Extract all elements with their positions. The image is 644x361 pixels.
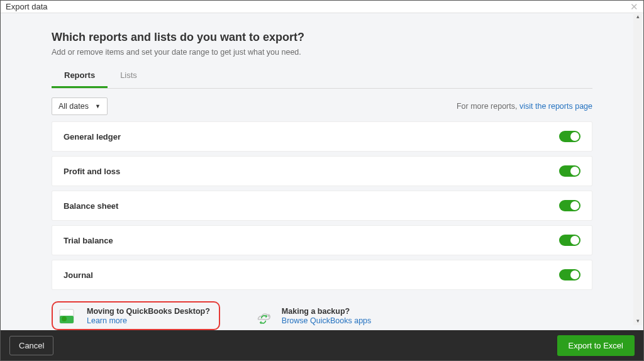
scroll-down-icon[interactable]: ▾ bbox=[633, 316, 642, 325]
close-icon[interactable]: ✕ bbox=[630, 1, 638, 13]
more-reports: For more reports, visit the reports page bbox=[457, 102, 592, 111]
report-row-balance-sheet: Balance sheet bbox=[52, 191, 592, 221]
callout-backup: Making a backup? Browse QuickBooks apps bbox=[245, 301, 379, 330]
toggle-general-ledger[interactable] bbox=[559, 131, 580, 142]
date-range-value: All dates bbox=[58, 102, 89, 111]
callout-backup-link[interactable]: Browse QuickBooks apps bbox=[282, 316, 371, 325]
report-row-journal: Journal bbox=[52, 260, 592, 290]
visit-reports-link[interactable]: visit the reports page bbox=[519, 102, 592, 111]
report-label: Journal bbox=[64, 270, 93, 280]
report-row-trial-balance: Trial balance bbox=[52, 225, 592, 255]
report-label: Balance sheet bbox=[64, 201, 118, 211]
toggle-balance-sheet[interactable] bbox=[559, 200, 580, 211]
tabs: Reports Lists bbox=[52, 65, 592, 89]
report-list: General ledger Profit and loss Balance s… bbox=[52, 121, 592, 290]
report-row-general-ledger: General ledger bbox=[52, 121, 592, 152]
toggle-trial-balance[interactable] bbox=[559, 235, 580, 246]
modal-title: Export data bbox=[6, 1, 48, 13]
page-subtext: Add or remove items and set your date ra… bbox=[52, 48, 592, 57]
toggle-profit-and-loss[interactable] bbox=[559, 165, 580, 177]
report-label: Profit and loss bbox=[64, 167, 120, 176]
toggle-journal[interactable] bbox=[559, 269, 580, 280]
footer: Cancel Export to Excel bbox=[1, 330, 643, 360]
titlebar: Export data ✕ bbox=[1, 1, 643, 13]
cancel-button[interactable]: Cancel bbox=[9, 336, 53, 355]
report-row-profit-and-loss: Profit and loss bbox=[52, 156, 592, 186]
callouts: Moving to QuickBooks Desktop? Learn more bbox=[52, 301, 592, 330]
more-reports-prefix: For more reports, bbox=[457, 102, 519, 111]
export-to-excel-button[interactable]: Export to Excel bbox=[557, 335, 635, 356]
callout-desktop-title: Moving to QuickBooks Desktop? bbox=[87, 306, 210, 316]
book-icon bbox=[58, 306, 79, 325]
callout-desktop: Moving to QuickBooks Desktop? Learn more bbox=[52, 301, 220, 330]
cloud-sync-icon bbox=[253, 306, 274, 325]
report-label: Trial balance bbox=[64, 236, 113, 245]
page-heading: Which reports and lists do you want to e… bbox=[52, 31, 592, 44]
callout-backup-title: Making a backup? bbox=[282, 306, 371, 316]
tab-reports[interactable]: Reports bbox=[52, 65, 108, 88]
date-range-select[interactable]: All dates ▼ bbox=[52, 97, 108, 115]
export-data-modal: Export data ✕ ▴ ▾ Which reports and list… bbox=[0, 0, 644, 361]
callout-desktop-link[interactable]: Learn more bbox=[87, 316, 210, 325]
content: Which reports and lists do you want to e… bbox=[1, 13, 643, 330]
report-label: General ledger bbox=[64, 132, 121, 142]
tab-lists[interactable]: Lists bbox=[108, 65, 150, 88]
scrollbar[interactable]: ▴ ▾ bbox=[633, 12, 642, 325]
chevron-down-icon: ▼ bbox=[95, 103, 101, 109]
svg-point-2 bbox=[62, 316, 67, 321]
scroll-up-icon[interactable]: ▴ bbox=[633, 12, 642, 21]
controls-row: All dates ▼ For more reports, visit the … bbox=[52, 97, 592, 115]
